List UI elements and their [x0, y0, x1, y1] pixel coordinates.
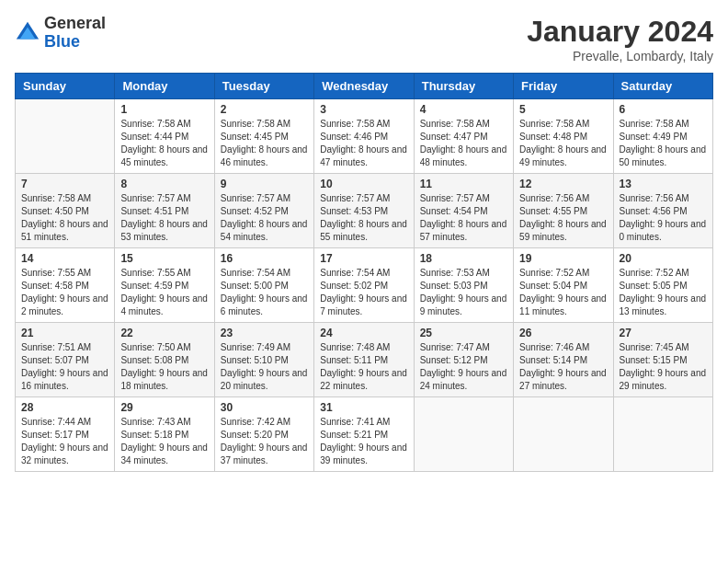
location: Prevalle, Lombardy, Italy [527, 49, 713, 63]
day-cell: 6Sunrise: 7:58 AM Sunset: 4:49 PM Daylig… [613, 99, 712, 174]
day-cell [414, 397, 513, 472]
day-number: 28 [21, 401, 108, 414]
day-cell: 18Sunrise: 7:53 AM Sunset: 5:03 PM Dayli… [414, 248, 513, 323]
logo-text: General Blue [44, 15, 106, 52]
day-info: Sunrise: 7:58 AM Sunset: 4:46 PM Dayligh… [320, 118, 407, 169]
day-cell [514, 397, 613, 472]
day-info: Sunrise: 7:44 AM Sunset: 5:17 PM Dayligh… [21, 416, 108, 467]
day-number: 8 [120, 178, 208, 190]
day-number: 11 [420, 178, 507, 190]
day-cell: 28Sunrise: 7:44 AM Sunset: 5:17 PM Dayli… [16, 397, 115, 472]
calendar-table: SundayMondayTuesdayWednesdayThursdayFrid… [15, 73, 713, 472]
day-info: Sunrise: 7:46 AM Sunset: 5:14 PM Dayligh… [519, 341, 607, 393]
day-number: 29 [120, 401, 208, 414]
day-number: 15 [120, 252, 208, 265]
day-info: Sunrise: 7:52 AM Sunset: 5:05 PM Dayligh… [620, 267, 707, 318]
day-cell: 20Sunrise: 7:52 AM Sunset: 5:05 PM Dayli… [613, 248, 712, 323]
day-number: 17 [320, 252, 407, 265]
weekday-header-thursday: Thursday [414, 74, 513, 99]
weekday-header-friday: Friday [514, 74, 613, 99]
logo: General Blue [15, 15, 106, 52]
day-cell: 9Sunrise: 7:57 AM Sunset: 4:52 PM Daylig… [214, 174, 313, 248]
day-cell: 3Sunrise: 7:58 AM Sunset: 4:46 PM Daylig… [314, 99, 414, 174]
day-cell: 22Sunrise: 7:50 AM Sunset: 5:08 PM Dayli… [115, 323, 214, 397]
title-area: January 2024 Prevalle, Lombardy, Italy [527, 15, 713, 63]
page-header: General Blue January 2024 Prevalle, Lomb… [15, 15, 713, 63]
day-number: 2 [221, 103, 308, 116]
day-info: Sunrise: 7:41 AM Sunset: 5:21 PM Dayligh… [320, 416, 407, 467]
day-info: Sunrise: 7:58 AM Sunset: 4:44 PM Dayligh… [120, 118, 208, 169]
logo-icon [15, 20, 40, 46]
weekday-header-row: SundayMondayTuesdayWednesdayThursdayFrid… [16, 74, 713, 99]
day-number: 23 [221, 327, 308, 339]
day-info: Sunrise: 7:56 AM Sunset: 4:56 PM Dayligh… [620, 192, 707, 244]
day-number: 12 [519, 178, 607, 190]
day-number: 3 [320, 103, 407, 116]
day-number: 13 [620, 178, 707, 190]
day-cell: 5Sunrise: 7:58 AM Sunset: 4:48 PM Daylig… [514, 99, 613, 174]
day-cell: 15Sunrise: 7:55 AM Sunset: 4:59 PM Dayli… [115, 248, 214, 323]
day-info: Sunrise: 7:43 AM Sunset: 5:18 PM Dayligh… [120, 416, 208, 467]
day-info: Sunrise: 7:50 AM Sunset: 5:08 PM Dayligh… [120, 341, 208, 393]
day-cell: 16Sunrise: 7:54 AM Sunset: 5:00 PM Dayli… [214, 248, 313, 323]
week-row-4: 21Sunrise: 7:51 AM Sunset: 5:07 PM Dayli… [16, 323, 713, 397]
day-info: Sunrise: 7:51 AM Sunset: 5:07 PM Dayligh… [21, 341, 108, 393]
logo-general: General [44, 15, 106, 33]
day-cell: 25Sunrise: 7:47 AM Sunset: 5:12 PM Dayli… [414, 323, 513, 397]
day-cell: 31Sunrise: 7:41 AM Sunset: 5:21 PM Dayli… [314, 397, 414, 472]
day-cell: 4Sunrise: 7:58 AM Sunset: 4:47 PM Daylig… [414, 99, 513, 174]
week-row-3: 14Sunrise: 7:55 AM Sunset: 4:58 PM Dayli… [16, 248, 713, 323]
day-info: Sunrise: 7:55 AM Sunset: 4:59 PM Dayligh… [120, 267, 208, 318]
day-info: Sunrise: 7:58 AM Sunset: 4:47 PM Dayligh… [420, 118, 507, 169]
day-cell: 1Sunrise: 7:58 AM Sunset: 4:44 PM Daylig… [115, 99, 214, 174]
day-info: Sunrise: 7:48 AM Sunset: 5:11 PM Dayligh… [320, 341, 407, 393]
day-number: 25 [420, 327, 507, 339]
week-row-1: 1Sunrise: 7:58 AM Sunset: 4:44 PM Daylig… [16, 99, 713, 174]
day-info: Sunrise: 7:54 AM Sunset: 5:00 PM Dayligh… [221, 267, 308, 318]
week-row-2: 7Sunrise: 7:58 AM Sunset: 4:50 PM Daylig… [16, 174, 713, 248]
day-cell: 19Sunrise: 7:52 AM Sunset: 5:04 PM Dayli… [514, 248, 613, 323]
day-info: Sunrise: 7:58 AM Sunset: 4:49 PM Dayligh… [620, 118, 707, 169]
day-number: 10 [320, 178, 407, 190]
logo-blue: Blue [44, 33, 106, 52]
day-info: Sunrise: 7:57 AM Sunset: 4:53 PM Dayligh… [320, 192, 407, 244]
day-number: 14 [21, 252, 108, 265]
day-number: 24 [320, 327, 407, 339]
day-cell: 12Sunrise: 7:56 AM Sunset: 4:55 PM Dayli… [514, 174, 613, 248]
day-info: Sunrise: 7:42 AM Sunset: 5:20 PM Dayligh… [221, 416, 308, 467]
day-number: 6 [620, 103, 707, 116]
day-info: Sunrise: 7:58 AM Sunset: 4:45 PM Dayligh… [221, 118, 308, 169]
month-title: January 2024 [527, 15, 713, 49]
day-number: 7 [21, 178, 108, 190]
day-number: 18 [420, 252, 507, 265]
day-number: 30 [221, 401, 308, 414]
day-number: 31 [320, 401, 407, 414]
day-number: 4 [420, 103, 507, 116]
day-info: Sunrise: 7:49 AM Sunset: 5:10 PM Dayligh… [221, 341, 308, 393]
day-info: Sunrise: 7:58 AM Sunset: 4:50 PM Dayligh… [21, 192, 108, 244]
day-number: 26 [519, 327, 607, 339]
day-cell: 17Sunrise: 7:54 AM Sunset: 5:02 PM Dayli… [314, 248, 414, 323]
day-cell: 26Sunrise: 7:46 AM Sunset: 5:14 PM Dayli… [514, 323, 613, 397]
day-number: 9 [221, 178, 308, 190]
day-cell: 7Sunrise: 7:58 AM Sunset: 4:50 PM Daylig… [16, 174, 115, 248]
day-cell: 11Sunrise: 7:57 AM Sunset: 4:54 PM Dayli… [414, 174, 513, 248]
day-cell: 23Sunrise: 7:49 AM Sunset: 5:10 PM Dayli… [214, 323, 313, 397]
day-number: 21 [21, 327, 108, 339]
day-cell: 13Sunrise: 7:56 AM Sunset: 4:56 PM Dayli… [613, 174, 712, 248]
day-info: Sunrise: 7:53 AM Sunset: 5:03 PM Dayligh… [420, 267, 507, 318]
day-info: Sunrise: 7:57 AM Sunset: 4:54 PM Dayligh… [420, 192, 507, 244]
weekday-header-monday: Monday [115, 74, 214, 99]
weekday-header-wednesday: Wednesday [314, 74, 414, 99]
day-cell: 30Sunrise: 7:42 AM Sunset: 5:20 PM Dayli… [214, 397, 313, 472]
weekday-header-sunday: Sunday [16, 74, 115, 99]
day-number: 1 [120, 103, 208, 116]
day-cell: 29Sunrise: 7:43 AM Sunset: 5:18 PM Dayli… [115, 397, 214, 472]
day-info: Sunrise: 7:54 AM Sunset: 5:02 PM Dayligh… [320, 267, 407, 318]
day-cell: 24Sunrise: 7:48 AM Sunset: 5:11 PM Dayli… [314, 323, 414, 397]
day-cell [16, 99, 115, 174]
day-info: Sunrise: 7:56 AM Sunset: 4:55 PM Dayligh… [519, 192, 607, 244]
day-info: Sunrise: 7:57 AM Sunset: 4:52 PM Dayligh… [221, 192, 308, 244]
day-info: Sunrise: 7:52 AM Sunset: 5:04 PM Dayligh… [519, 267, 607, 318]
weekday-header-saturday: Saturday [613, 74, 712, 99]
